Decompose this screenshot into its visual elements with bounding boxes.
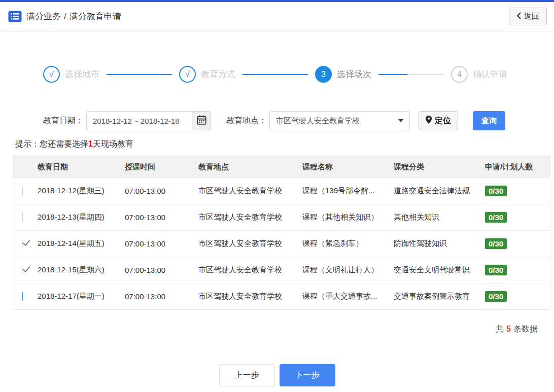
- row-checkbox-2[interactable]: [22, 239, 23, 248]
- step-select-session: 3 选择场次: [315, 66, 371, 83]
- row-category: 防御性驾驶知识: [394, 239, 485, 248]
- col-header-location: 教育地点: [198, 162, 302, 172]
- date-range-input[interactable]: [86, 111, 192, 130]
- location-select[interactable]: 市区驾驶人安全教育学校: [269, 111, 410, 130]
- chevron-down-icon: [398, 119, 403, 122]
- row-course: 课程（其他相关知识）: [302, 212, 394, 222]
- location-select-value: 市区驾驶人安全教育学校: [276, 116, 360, 126]
- table-row: 2018-12-13(星期四) 07:00-13:00 市区驾驶人安全教育学校 …: [13, 204, 550, 230]
- row-date: 2018-12-12(星期三): [38, 186, 125, 196]
- next-step-button[interactable]: 下一步: [280, 364, 335, 386]
- back-button-label: 返回: [524, 12, 539, 21]
- back-button[interactable]: 返回: [509, 8, 547, 25]
- previous-step-button[interactable]: 上一步: [219, 364, 275, 386]
- table-header-row: 教育日期 授课时间 教育地点 课程名称 课程分类 申请/计划人数: [13, 156, 550, 177]
- record-count-summary: 共5条数据: [0, 324, 538, 335]
- row-checkbox-1[interactable]: [22, 213, 23, 222]
- row-location: 市区驾驶人安全教育学校: [198, 292, 302, 301]
- row-date: 2018-12-13(星期四): [38, 212, 125, 222]
- step-3-label: 选择场次: [337, 68, 371, 80]
- row-time: 07:00-13:00: [125, 213, 198, 222]
- page-header: 满分业务 / 满分教育申请 返回: [0, 2, 554, 31]
- row-date: 2018-12-14(星期五): [38, 239, 125, 248]
- date-range-group: [86, 111, 211, 130]
- step-select-city: √ 选择城市: [43, 66, 99, 83]
- step-1-marker: √: [43, 66, 60, 83]
- step-2-marker: √: [179, 66, 196, 83]
- quota-badge: 0/30: [485, 265, 507, 275]
- hint-suffix: 天现场教育: [93, 139, 133, 148]
- row-category: 交通事故案例警示教育: [394, 292, 485, 301]
- row-category: 交通安全文明驾驶常识: [394, 265, 485, 275]
- quota-badge: 0/30: [485, 212, 507, 223]
- table-row: 2018-12-15(星期六) 07:00-13:00 市区驾驶人安全教育学校 …: [13, 257, 550, 283]
- progress-stepper: √ 选择城市 √ 教育方式 3 选择场次 4 确认申请: [43, 66, 507, 83]
- col-header-quota: 申请/计划人数: [485, 162, 550, 172]
- col-header-course: 课程名称: [302, 162, 394, 172]
- education-location-label: 教育地点：: [226, 116, 267, 126]
- wizard-actions: 上一步 下一步: [0, 364, 554, 386]
- row-course: 课程（重大交通事故...: [302, 292, 394, 301]
- locate-button[interactable]: 定位: [419, 111, 458, 130]
- summary-prefix: 共: [496, 325, 504, 333]
- filter-bar: 教育日期： 教育地点： 市区驾驶人安全教育学校: [43, 111, 554, 130]
- row-category: 其他相关知识: [394, 212, 485, 222]
- col-header-time: 授课时间: [125, 162, 198, 172]
- hint-prefix: 提示：您还需要选择: [15, 139, 88, 148]
- row-time: 07:00-13:00: [125, 292, 198, 301]
- table-row: 2018-12-17(星期一) 07:00-13:00 市区驾驶人安全教育学校 …: [13, 283, 550, 309]
- row-course: 课程（139号部令解...: [302, 186, 394, 196]
- map-pin-icon: [426, 116, 432, 126]
- table-row: 2018-12-14(星期五) 07:00-13:00 市区驾驶人安全教育学校 …: [13, 230, 550, 257]
- quota-badge: 0/30: [485, 238, 507, 249]
- step-1-label: 选择城市: [65, 68, 99, 80]
- breadcrumb-secondary: 满分教育申请: [70, 11, 121, 22]
- breadcrumb-separator: /: [64, 12, 66, 22]
- search-button[interactable]: 查询: [473, 111, 505, 130]
- row-time: 07:00-13:00: [125, 266, 198, 274]
- row-location: 市区驾驶人安全教育学校: [198, 212, 302, 222]
- row-course: 课程（文明礼让行人）: [302, 265, 394, 275]
- hint-text: 提示：您还需要选择1天现场教育: [15, 139, 554, 150]
- col-header-category: 课程分类: [394, 162, 485, 172]
- quota-badge: 0/30: [485, 186, 507, 196]
- row-checkbox-0[interactable]: [22, 187, 23, 195]
- step-2-label: 教育方式: [201, 68, 235, 80]
- step-confirm-application: 4 确认申请: [451, 66, 507, 83]
- step-3-marker: 3: [315, 66, 332, 83]
- step-4-label: 确认申请: [473, 68, 507, 80]
- step-education-mode: √ 教育方式: [179, 66, 235, 83]
- row-time: 07:00-13:00: [125, 239, 198, 248]
- step-4-marker: 4: [451, 66, 468, 83]
- row-time: 07:00-13:00: [125, 187, 198, 195]
- list-icon: [8, 11, 22, 22]
- step-connector-2: [243, 74, 308, 75]
- row-location: 市区驾驶人安全教育学校: [198, 239, 302, 248]
- education-date-label: 教育日期：: [43, 116, 84, 126]
- row-location: 市区驾驶人安全教育学校: [198, 265, 302, 275]
- calendar-button[interactable]: [192, 111, 211, 130]
- table-row: 2018-12-12(星期三) 07:00-13:00 市区驾驶人安全教育学校 …: [13, 177, 550, 204]
- row-date: 2018-12-15(星期六): [38, 265, 125, 275]
- row-checkbox-4[interactable]: [22, 292, 23, 301]
- chevron-left-icon: [516, 12, 521, 21]
- calendar-icon: [197, 115, 206, 127]
- step-connector-3: [378, 74, 444, 75]
- quota-badge: 0/30: [485, 291, 507, 302]
- session-table: 教育日期 授课时间 教育地点 课程名称 课程分类 申请/计划人数 2018-12…: [13, 156, 550, 310]
- row-date: 2018-12-17(星期一): [38, 292, 125, 301]
- row-course: 课程（紧急刹车）: [302, 239, 394, 248]
- row-location: 市区驾驶人安全教育学校: [198, 186, 302, 196]
- row-checkbox-3[interactable]: [22, 266, 23, 274]
- breadcrumb-primary: 满分业务: [26, 11, 61, 22]
- col-header-date: 教育日期: [38, 162, 125, 172]
- row-category: 道路交通安全法律法规: [394, 186, 485, 196]
- hint-count: 1: [88, 139, 93, 148]
- summary-suffix: 条数据: [513, 325, 538, 333]
- summary-count: 5: [506, 325, 511, 333]
- step-connector-1: [107, 74, 172, 75]
- breadcrumb: 满分业务 / 满分教育申请: [26, 11, 121, 22]
- locate-button-label: 定位: [435, 116, 451, 126]
